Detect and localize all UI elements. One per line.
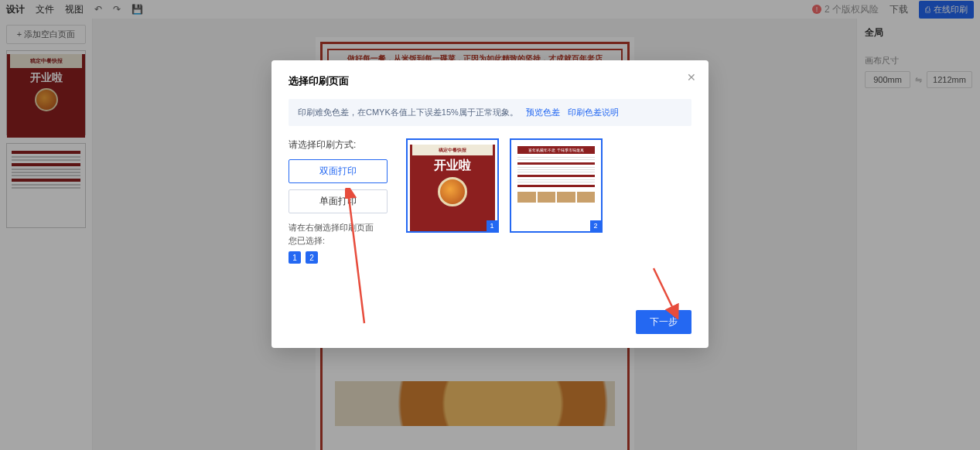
preview1-title: 开业啦 [410, 158, 495, 174]
modal-overlay: 选择印刷页面 ✕ 印刷难免色差，在CMYK各值上下误差15%属于正常现象。 预览… [0, 0, 980, 450]
notice-text: 印刷难免色差，在CMYK各值上下误差15%属于正常现象。 [298, 107, 518, 118]
duplex-print-button[interactable]: 双面打印 [289, 159, 388, 183]
modal-close-button[interactable]: ✕ [687, 71, 696, 84]
modal-title: 选择印刷页面 [289, 74, 691, 88]
preview1-image [438, 177, 467, 206]
selected-page-chip-1[interactable]: 1 [289, 251, 301, 264]
preview2-header: 百年私藏年不老 千味季市味最真 [517, 146, 595, 154]
next-step-button[interactable]: 下一步 [636, 310, 691, 334]
print-diff-link[interactable]: 印刷色差说明 [568, 107, 619, 118]
color-notice: 印刷难免色差，在CMYK各值上下误差15%属于正常现象。 预览色差 印刷色差说明 [289, 99, 691, 126]
selected-page-chip-2[interactable]: 2 [306, 251, 318, 264]
preview-diff-link[interactable]: 预览色差 [526, 107, 560, 118]
select-hint-2: 您已选择: [289, 234, 388, 247]
preview2-badge: 2 [590, 220, 601, 231]
preview1-header: 稿定中餐快报 [412, 145, 493, 155]
print-pages-modal: 选择印刷页面 ✕ 印刷难免色差，在CMYK各值上下误差15%属于正常现象。 预览… [271, 60, 709, 348]
select-hint-1: 请在右侧选择印刷页面 [289, 221, 388, 234]
print-method-label: 请选择印刷方式: [289, 138, 388, 152]
preview1-badge: 1 [487, 220, 497, 231]
single-print-button[interactable]: 单面打印 [289, 189, 388, 213]
preview-page-1[interactable]: 稿定中餐快报 开业啦 1 [406, 138, 499, 233]
svg-line-1 [654, 268, 675, 313]
preview-page-2[interactable]: 百年私藏年不老 千味季市味最真 2 [510, 138, 603, 233]
